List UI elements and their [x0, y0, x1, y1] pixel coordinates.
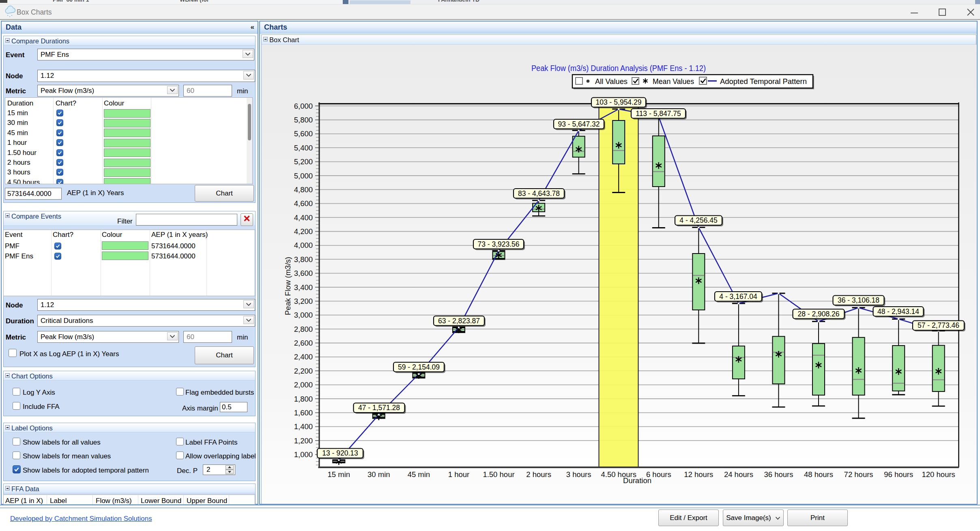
- svg-text:2,600: 2,600: [294, 339, 313, 347]
- svg-text:28 - 2,908.26: 28 - 2,908.26: [797, 310, 839, 318]
- svg-text:103 - 5,954.29: 103 - 5,954.29: [596, 98, 642, 106]
- svg-text:Adopted Temporal Pattern: Adopted Temporal Pattern: [720, 77, 807, 86]
- svg-text:47 - 1,571.28: 47 - 1,571.28: [358, 404, 400, 412]
- svg-text:36 hours: 36 hours: [764, 470, 793, 479]
- svg-text:4,400: 4,400: [294, 213, 313, 222]
- svg-text:4,200: 4,200: [294, 227, 313, 236]
- svg-text:96 hours: 96 hours: [884, 470, 913, 479]
- svg-text:2 hours: 2 hours: [526, 470, 551, 479]
- svg-text:5,400: 5,400: [294, 144, 313, 152]
- svg-text:6,000: 6,000: [294, 102, 313, 110]
- svg-text:1,400: 1,400: [294, 422, 313, 431]
- svg-text:2,800: 2,800: [294, 325, 313, 333]
- svg-text:1,000: 1,000: [294, 450, 313, 459]
- svg-text:83 - 4,643.78: 83 - 4,643.78: [518, 189, 560, 198]
- svg-text:All Values: All Values: [595, 77, 628, 86]
- svg-text:4 - 4,256.45: 4 - 4,256.45: [679, 216, 717, 224]
- svg-text:3,200: 3,200: [294, 297, 313, 305]
- svg-text:5,000: 5,000: [294, 172, 313, 180]
- svg-text:48 - 2,943.14: 48 - 2,943.14: [877, 307, 919, 316]
- svg-text:Mean Values: Mean Values: [653, 77, 694, 86]
- svg-text:120 hours: 120 hours: [922, 470, 955, 479]
- svg-text:12 hours: 12 hours: [684, 470, 713, 479]
- svg-text:93 - 5,647.32: 93 - 5,647.32: [558, 120, 600, 128]
- svg-text:5,600: 5,600: [294, 129, 313, 138]
- svg-text:3,400: 3,400: [294, 283, 313, 292]
- svg-text:Peak Flow (m3/s) Duration Anal: Peak Flow (m3/s) Duration Analysis (PMF …: [531, 64, 706, 73]
- svg-text:3,800: 3,800: [294, 255, 313, 264]
- svg-text:57 - 2,773.46: 57 - 2,773.46: [918, 321, 959, 329]
- svg-text:73 - 3,923.56: 73 - 3,923.56: [477, 240, 519, 248]
- svg-text:5,800: 5,800: [294, 116, 313, 124]
- svg-text:30 min: 30 min: [368, 470, 390, 479]
- svg-text:45 min: 45 min: [408, 470, 430, 479]
- svg-text:113 - 5,847.75: 113 - 5,847.75: [636, 110, 681, 118]
- svg-text:3,600: 3,600: [294, 269, 313, 277]
- svg-text:4,000: 4,000: [294, 241, 313, 249]
- svg-text:5,200: 5,200: [294, 157, 313, 166]
- svg-text:1,800: 1,800: [294, 395, 313, 403]
- svg-text:3 hours: 3 hours: [566, 470, 591, 479]
- svg-text:2,000: 2,000: [294, 381, 313, 389]
- svg-text:1,600: 1,600: [294, 408, 313, 417]
- svg-text:Peak Flow (m3/s): Peak Flow (m3/s): [284, 257, 292, 315]
- svg-text:2,200: 2,200: [294, 367, 313, 375]
- svg-text:Duration: Duration: [623, 476, 651, 485]
- svg-text:1,200: 1,200: [294, 436, 313, 445]
- svg-text:1.50 hour: 1.50 hour: [483, 470, 514, 479]
- svg-text:2,400: 2,400: [294, 353, 313, 361]
- svg-text:4 - 3,167.04: 4 - 3,167.04: [719, 292, 757, 301]
- svg-text:59 - 2,154.09: 59 - 2,154.09: [398, 363, 440, 371]
- svg-text:4,800: 4,800: [294, 185, 313, 194]
- svg-text:72 hours: 72 hours: [844, 470, 873, 479]
- svg-text:3,000: 3,000: [294, 311, 313, 319]
- svg-text:48 hours: 48 hours: [804, 470, 833, 479]
- svg-text:24 hours: 24 hours: [724, 470, 753, 479]
- svg-text:63 - 2,823.87: 63 - 2,823.87: [438, 317, 480, 325]
- svg-text:4,600: 4,600: [294, 199, 313, 208]
- svg-text:1 hour: 1 hour: [448, 470, 469, 479]
- svg-text:36 - 3,106.18: 36 - 3,106.18: [838, 296, 879, 304]
- svg-text:15 min: 15 min: [328, 470, 350, 479]
- svg-text:13 - 920.13: 13 - 920.13: [322, 449, 358, 457]
